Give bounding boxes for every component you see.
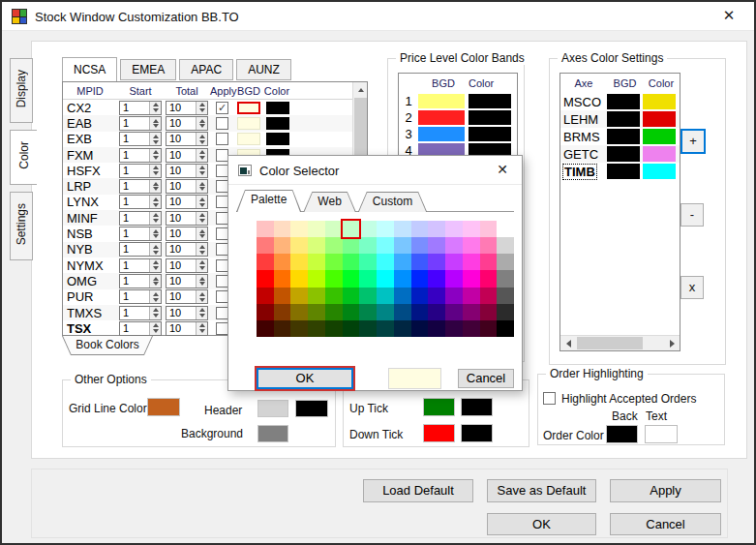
palette-cell[interactable] — [411, 237, 429, 254]
tab-book-colors[interactable]: Book Colors — [62, 336, 153, 355]
axe-bgd-swatch[interactable] — [607, 129, 640, 144]
apply-checkbox[interactable] — [216, 133, 228, 145]
axe-bgd-swatch[interactable] — [607, 111, 640, 127]
palette-cell[interactable] — [359, 254, 377, 270]
axe-bgd-swatch[interactable] — [607, 164, 640, 179]
selector-tab-palette[interactable]: Palette — [236, 190, 301, 212]
spin-up-icon[interactable] — [199, 308, 205, 312]
spin-down-icon[interactable] — [153, 187, 159, 191]
spin-up-icon[interactable] — [153, 135, 159, 138]
palette-cell[interactable] — [257, 221, 274, 237]
start-spinner[interactable]: 1 — [119, 306, 162, 320]
total-spinner[interactable]: 10 — [166, 306, 208, 320]
axe-color-swatch[interactable] — [643, 146, 676, 162]
band-bgd-swatch[interactable] — [418, 94, 465, 108]
start-spinner[interactable]: 1 — [119, 211, 162, 226]
total-spinner[interactable]: 10 — [166, 116, 208, 131]
spin-down-icon[interactable] — [199, 108, 205, 112]
palette-cell[interactable] — [463, 320, 480, 337]
palette-cell[interactable] — [377, 270, 394, 287]
palette-cell[interactable] — [428, 237, 445, 254]
total-spinner[interactable]: 10 — [166, 211, 208, 226]
spin-up-icon[interactable] — [199, 197, 205, 201]
palette-cell[interactable] — [274, 320, 291, 337]
palette-cell[interactable] — [463, 304, 480, 320]
spin-down-icon[interactable] — [199, 298, 205, 302]
tab-settings[interactable]: Settings — [10, 192, 33, 260]
palette-cell[interactable] — [377, 254, 394, 270]
spin-down-icon[interactable] — [199, 314, 205, 318]
palette-cell[interactable] — [480, 221, 498, 237]
palette-cell[interactable] — [394, 270, 411, 287]
band-color-swatch[interactable] — [469, 127, 511, 141]
load-default-button[interactable]: Load Default — [363, 479, 473, 502]
palette-cell[interactable] — [290, 270, 308, 287]
palette-cell[interactable] — [257, 237, 274, 254]
header-back-swatch[interactable] — [257, 400, 288, 417]
add-axe-button[interactable]: + — [680, 129, 706, 154]
tab-aunz[interactable]: AUNZ — [236, 59, 291, 80]
palette-cell[interactable] — [480, 270, 498, 287]
background-swatch[interactable] — [257, 425, 288, 442]
palette-cell[interactable] — [308, 254, 325, 270]
cancel-button[interactable]: Cancel — [458, 369, 514, 388]
palette-cell[interactable] — [377, 320, 394, 337]
palette-cell[interactable] — [463, 288, 480, 304]
tab-color[interactable]: Color — [10, 130, 37, 185]
palette-cell[interactable] — [445, 237, 463, 254]
total-spinner[interactable]: 10 — [166, 258, 208, 273]
spin-down-icon[interactable] — [199, 156, 205, 160]
palette-cell[interactable] — [463, 254, 480, 270]
spin-up-icon[interactable] — [153, 166, 159, 169]
palette-cell[interactable] — [274, 221, 291, 237]
palette-cell[interactable] — [257, 304, 274, 320]
spin-down-icon[interactable] — [199, 329, 205, 333]
start-spinner[interactable]: 1 — [119, 164, 162, 178]
palette-cell[interactable] — [445, 221, 463, 237]
tab-display[interactable]: Display — [10, 58, 33, 123]
palette-cell[interactable] — [463, 237, 480, 254]
palette-cell[interactable] — [290, 237, 308, 254]
total-spinner[interactable]: 10 — [166, 164, 208, 178]
palette-cell[interactable] — [308, 304, 325, 320]
band-bgd-swatch[interactable] — [418, 127, 465, 141]
palette-cell[interactable] — [308, 320, 325, 337]
down-tick-back-swatch[interactable] — [423, 424, 455, 442]
palette-cell[interactable] — [463, 221, 480, 237]
band-color-swatch[interactable] — [469, 110, 511, 125]
start-spinner[interactable]: 1 — [119, 148, 162, 163]
scroll-up-button[interactable] — [353, 82, 368, 97]
axe-color-swatch[interactable] — [643, 111, 676, 127]
spin-up-icon[interactable] — [153, 245, 159, 249]
spin-up-icon[interactable] — [199, 213, 205, 217]
palette-cell[interactable] — [411, 288, 429, 304]
spin-down-icon[interactable] — [153, 108, 159, 112]
palette-cell[interactable] — [394, 304, 411, 320]
palette-cell[interactable] — [428, 254, 445, 270]
close-icon[interactable]: ✕ — [717, 7, 741, 26]
palette-cell[interactable] — [377, 221, 394, 237]
spin-down-icon[interactable] — [199, 140, 205, 144]
palette-cell[interactable] — [497, 221, 514, 237]
palette-cell[interactable] — [480, 304, 498, 320]
palette-cell[interactable] — [359, 221, 377, 237]
spin-down-icon[interactable] — [199, 251, 205, 255]
tab-apac[interactable]: APAC — [179, 59, 233, 80]
palette-cell[interactable] — [428, 270, 445, 287]
selector-tab-custom[interactable]: Custom — [358, 192, 427, 212]
palette-cell[interactable] — [257, 270, 274, 287]
palette-cell[interactable] — [411, 320, 429, 337]
palette-cell[interactable] — [394, 237, 411, 254]
spin-up-icon[interactable] — [199, 150, 205, 154]
palette-cell[interactable] — [308, 288, 325, 304]
palette-cell[interactable] — [497, 270, 514, 287]
spin-up-icon[interactable] — [199, 277, 205, 281]
palette-cell[interactable] — [308, 221, 325, 237]
spin-up-icon[interactable] — [153, 323, 159, 327]
spin-down-icon[interactable] — [153, 124, 159, 128]
header-text-swatch[interactable] — [295, 400, 328, 417]
spin-down-icon[interactable] — [153, 156, 159, 160]
palette-cell[interactable] — [359, 270, 377, 287]
palette-cell[interactable] — [480, 288, 498, 304]
down-tick-text-swatch[interactable] — [461, 424, 493, 442]
